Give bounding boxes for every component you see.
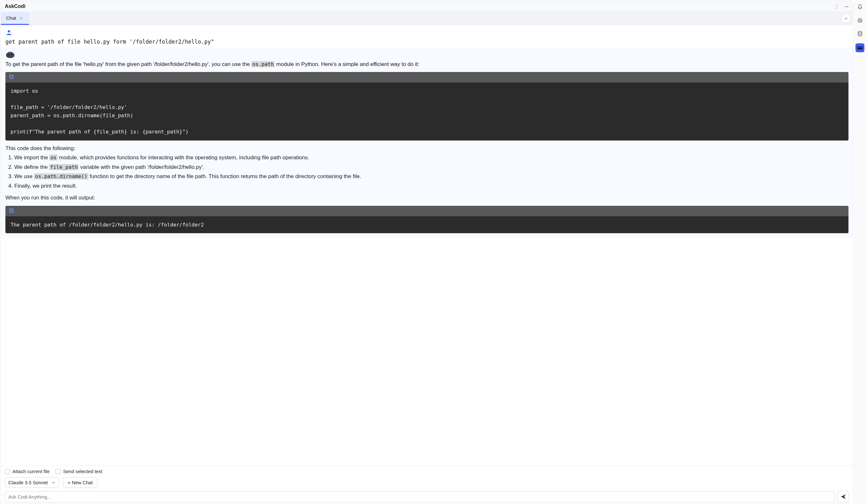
user-message: get parent path of file hello.py form '/… — [1, 25, 853, 47]
tab-chat[interactable]: Chat ✕ — [1, 12, 29, 25]
svg-rect-11 — [10, 75, 13, 78]
svg-point-9 — [8, 52, 13, 53]
inline-code: file_path — [49, 164, 79, 170]
bot-intro-text: To get the parent path of the file 'hell… — [5, 60, 848, 68]
tabs-row: Chat ✕ — [1, 12, 853, 25]
svg-rect-17 — [857, 46, 863, 49]
list-item: Finally, we print the result. — [14, 182, 848, 190]
svg-point-4 — [8, 30, 10, 33]
send-button[interactable] — [837, 491, 849, 502]
send-selected-input[interactable] — [55, 469, 60, 474]
send-icon — [840, 493, 846, 500]
svg-point-1 — [836, 6, 837, 7]
copy-code-icon[interactable] — [9, 208, 14, 213]
header-bar: AskCodi — [1, 1, 853, 12]
app-title: AskCodi — [5, 3, 25, 9]
askcodi-active-icon[interactable] — [855, 43, 864, 52]
text-span: Finally, we print the result. — [14, 183, 77, 189]
model-select[interactable]: Claude 3.5 Sonnet — [5, 477, 59, 488]
kebab-menu-icon[interactable] — [834, 4, 839, 9]
text-span: module, which provides functions for int… — [58, 155, 309, 160]
code-block-1: import os file_path = '/folder/folder2/h… — [5, 72, 848, 141]
attach-file-checkbox[interactable]: Attach current file — [5, 469, 50, 474]
bell-icon[interactable] — [856, 3, 864, 11]
text-span: function to get the directory name of th… — [88, 173, 361, 179]
svg-rect-10 — [10, 76, 13, 79]
text-span: We use — [14, 173, 34, 179]
list-item: We import the os module, which provides … — [14, 154, 848, 162]
code-content: The parent path of /folder/folder2/hello… — [5, 216, 848, 234]
tab-label: Chat — [6, 15, 16, 21]
new-chat-button[interactable]: + New Chat — [63, 477, 98, 488]
copy-code-icon[interactable] — [9, 74, 14, 80]
main-panel: AskCodi Chat ✕ — [1, 1, 853, 504]
bot-message: To get the parent path of the file 'hell… — [1, 47, 853, 239]
attach-file-input[interactable] — [5, 469, 10, 474]
chevron-down-icon — [52, 481, 55, 484]
svg-rect-7 — [8, 54, 10, 55]
explain-intro: This code does the following: — [5, 144, 848, 153]
bot-avatar-icon — [5, 51, 15, 58]
code-content: import os file_path = '/folder/folder2/h… — [5, 82, 848, 141]
outro-text: When you run this code, it will output: — [5, 194, 848, 202]
database-icon[interactable] — [856, 30, 864, 37]
code-block-2: The parent path of /folder/folder2/hello… — [5, 206, 848, 234]
svg-rect-19 — [860, 47, 862, 48]
svg-rect-12 — [10, 209, 13, 213]
svg-point-14 — [858, 18, 862, 22]
svg-rect-3 — [845, 7, 848, 7]
inline-code: os.path — [252, 61, 275, 67]
svg-rect-18 — [858, 47, 859, 48]
user-message-text: get parent path of file hello.py form '/… — [5, 38, 848, 46]
svg-point-16 — [858, 32, 862, 33]
text-span: variable with the given path '/folder/fo… — [79, 164, 204, 170]
checkbox-label: Send selected text — [63, 469, 102, 474]
svg-point-2 — [836, 8, 837, 9]
text-span: module in Python. Here's a simple and ef… — [275, 61, 419, 67]
list-item: We define the file_path variable with th… — [14, 163, 848, 171]
send-selected-checkbox[interactable]: Send selected text — [55, 469, 102, 474]
text-span: We import the — [14, 155, 49, 160]
inline-code: os — [49, 155, 57, 160]
tabs-dropdown-button[interactable] — [842, 14, 851, 23]
at-icon[interactable] — [856, 16, 864, 24]
text-span: We define the — [14, 164, 49, 170]
minimize-icon[interactable] — [844, 4, 849, 9]
model-select-label: Claude 3.5 Sonnet — [8, 480, 48, 485]
svg-point-15 — [859, 20, 861, 21]
checkbox-label: Attach current file — [12, 469, 50, 474]
text-span: To get the parent path of the file 'hell… — [5, 61, 252, 67]
right-rail — [854, 0, 866, 504]
chat-scroll[interactable]: get parent path of file hello.py form '/… — [1, 25, 853, 466]
tab-close-icon[interactable]: ✕ — [19, 15, 24, 21]
steps-list: We import the os module, which provides … — [5, 154, 848, 190]
inline-code: os.path.dirname() — [34, 173, 88, 179]
user-avatar-icon — [5, 29, 848, 36]
chat-input[interactable] — [5, 491, 835, 502]
list-item: We use os.path.dirname() function to get… — [14, 172, 848, 181]
svg-point-0 — [836, 4, 837, 5]
svg-rect-8 — [11, 54, 12, 55]
svg-rect-13 — [10, 208, 13, 212]
bottom-bar: Attach current file Send selected text C… — [1, 466, 853, 504]
